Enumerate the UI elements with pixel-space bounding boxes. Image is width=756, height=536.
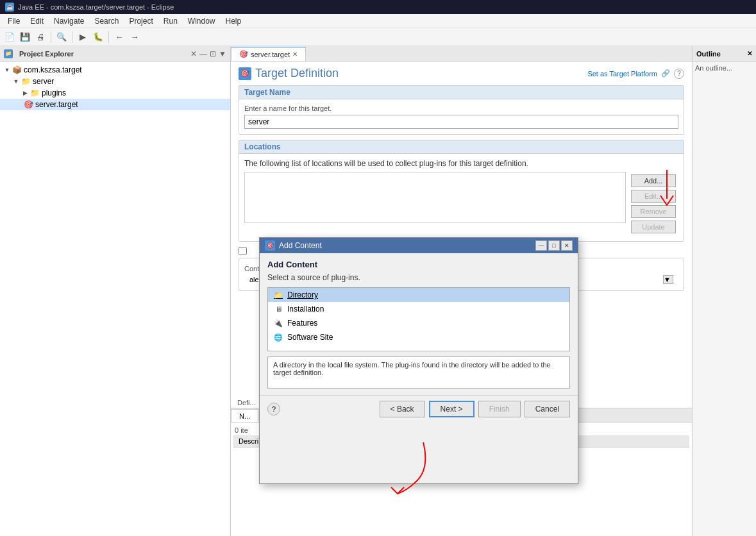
dialog-footer-left: ?	[267, 403, 280, 415]
toolbar-separator-3	[108, 31, 109, 43]
tree-toggle-plugins[interactable]: ▶	[21, 88, 29, 97]
server-target-icon: 🎯	[23, 99, 33, 110]
finish-button[interactable]: Finish	[478, 401, 521, 417]
project-explorer-panel: 📁 Project Explorer ✕ — ⊡ ▼ ▼ 📦 com.kszsa…	[0, 46, 231, 536]
title-bar: ☕ Java EE - com.kszsa.target/server.targ…	[0, 0, 756, 14]
outline-close-icon[interactable]: ✕	[747, 50, 752, 57]
tree-item-project[interactable]: ▼ 📦 com.kszsa.target	[0, 64, 230, 76]
tree-toggle-project[interactable]: ▼	[3, 65, 12, 74]
target-name-section-title: Target Name	[239, 86, 684, 99]
target-def-title-text: Target Definition	[255, 67, 339, 80]
project-explorer-icon: 📁	[4, 49, 13, 58]
bottom-tab-n[interactable]: N...	[231, 409, 258, 422]
panel-minimize-icon[interactable]: —	[199, 49, 207, 58]
toolbar: 📄 💾 🖨 🔍 ▶ 🐛 ← →	[0, 28, 756, 46]
dialog-item-features[interactable]: 🔌 Features	[268, 316, 569, 330]
add-content-dialog[interactable]: 🎯 Add Content — □ ✕ Add Content Select a…	[259, 237, 578, 484]
tree-item-server[interactable]: ▼ 📁 server	[0, 76, 230, 87]
dialog-item-installation-label: Installation	[287, 305, 324, 314]
menu-project[interactable]: Project	[124, 15, 158, 27]
toolbar-separator-1	[51, 31, 51, 43]
dialog-source-list: 📁 Directory 🖥 Installation 🔌 Features 🌐 …	[267, 287, 570, 351]
software-site-icon: 🌐	[273, 332, 283, 342]
installation-icon: 🖥	[273, 304, 283, 314]
panel-menu-icon[interactable]: ▼	[219, 49, 226, 58]
definition-checkbox[interactable]	[239, 247, 247, 255]
tab-label: server.target	[251, 51, 290, 58]
tab-close-icon[interactable]: ✕	[292, 51, 298, 58]
menu-run[interactable]: Run	[158, 15, 183, 27]
target-name-hint: Enter a name for this target.	[244, 105, 678, 112]
tree-item-server-target[interactable]: ▶ 🎯 server.target	[0, 99, 230, 110]
dialog-close-btn[interactable]: ✕	[561, 240, 573, 251]
tree-label-server: server	[33, 77, 54, 86]
dialog-item-directory[interactable]: 📁 Directory	[268, 288, 569, 302]
toolbar-search[interactable]: 🔍	[55, 30, 69, 44]
menu-edit[interactable]: Edit	[25, 15, 49, 27]
dialog-description: A directory in the local file system. Th…	[267, 356, 570, 389]
dialog-item-installation[interactable]: 🖥 Installation	[268, 302, 569, 316]
panel-close-icon[interactable]: ✕	[190, 49, 197, 58]
dialog-title-text: Add Content	[279, 241, 322, 250]
target-name-input[interactable]	[244, 115, 678, 129]
dialog-title-icon: 🎯	[265, 240, 275, 251]
editor-tab-server-target[interactable]: 🎯 server.target ✕	[231, 47, 306, 61]
toolbar-debug[interactable]: 🐛	[91, 30, 105, 44]
menu-navigate[interactable]: Navigate	[49, 15, 89, 27]
menu-search[interactable]: Search	[89, 15, 124, 27]
editor-tab-bar: 🎯 server.target ✕	[231, 46, 692, 62]
menu-file[interactable]: File	[3, 15, 25, 27]
dialog-item-software-site[interactable]: 🌐 Software Site	[268, 330, 569, 344]
add-button[interactable]: Add...	[631, 174, 676, 187]
tab-icon: 🎯	[239, 50, 248, 58]
dialog-body: Add Content Select a source of plug-ins.…	[260, 253, 578, 395]
dialog-subtitle: Select a source of plug-ins.	[267, 273, 570, 282]
server-folder-icon: 📁	[21, 76, 31, 87]
toolbar-back[interactable]: ←	[112, 30, 126, 44]
toolbar-forward[interactable]: →	[128, 30, 142, 44]
back-button[interactable]: < Back	[380, 401, 425, 417]
target-definition-title: 🎯 Target Definition	[239, 67, 339, 80]
app-icon: ☕	[5, 3, 14, 12]
target-def-icon: 🎯	[239, 67, 251, 80]
plugins-folder-icon: 📁	[29, 88, 40, 98]
remove-button[interactable]: Remove	[631, 205, 676, 218]
outline-content: An outline...	[693, 62, 756, 74]
update-button[interactable]: Update	[631, 221, 676, 233]
dialog-maximize-btn[interactable]: □	[548, 240, 560, 251]
settings-dropdown[interactable]: ▼	[663, 275, 673, 284]
dialog-title-bar: 🎯 Add Content — □ ✕	[260, 238, 578, 253]
toolbar-new[interactable]: 📄	[3, 30, 17, 44]
panel-maximize-icon[interactable]: ⊡	[210, 49, 216, 58]
toolbar-print[interactable]: 🖨	[33, 30, 47, 44]
help-icon[interactable]: ?	[674, 69, 684, 79]
directory-icon: 📁	[273, 290, 283, 300]
menu-window[interactable]: Window	[183, 15, 221, 27]
tree-label-server-target: server.target	[35, 100, 78, 109]
toolbar-run[interactable]: ▶	[76, 30, 90, 44]
bottom-tab-n-label: N...	[239, 412, 250, 420]
dialog-item-directory-label: Directory	[287, 290, 318, 299]
dialog-minimize-btn[interactable]: —	[535, 240, 547, 251]
next-button[interactable]: Next >	[429, 401, 475, 417]
locations-list	[244, 172, 626, 223]
locations-section-title: Locations	[239, 140, 684, 154]
tree-label-project: com.kszsa.target	[24, 65, 82, 74]
dialog-footer: ? < Back Next > Finish Cancel	[260, 395, 578, 423]
toolbar-separator-2	[72, 31, 72, 43]
cancel-button[interactable]: Cancel	[525, 401, 570, 417]
set-target-platform-link[interactable]: Set as Target Platform	[587, 70, 657, 78]
tree-toggle-server[interactable]: ▼	[12, 77, 21, 86]
menu-bar: File Edit Navigate Search Project Run Wi…	[0, 14, 756, 28]
dialog-help-btn[interactable]: ?	[267, 403, 280, 415]
locations-section-body: The following list of locations will be …	[239, 154, 684, 241]
outline-title: Outline	[696, 50, 721, 58]
dialog-controls: — □ ✕	[535, 240, 573, 251]
project-explorer-header: 📁 Project Explorer ✕ — ⊡ ▼	[0, 46, 230, 62]
edit-button[interactable]: Edit...	[631, 190, 676, 203]
window-title: Java EE - com.kszsa.target/server.target…	[18, 3, 174, 11]
menu-help[interactable]: Help	[221, 15, 247, 27]
tree-item-plugins[interactable]: ▶ 📁 plugins	[0, 87, 230, 99]
toolbar-save[interactable]: 💾	[18, 30, 32, 44]
dialog-item-features-label: Features	[287, 319, 317, 328]
